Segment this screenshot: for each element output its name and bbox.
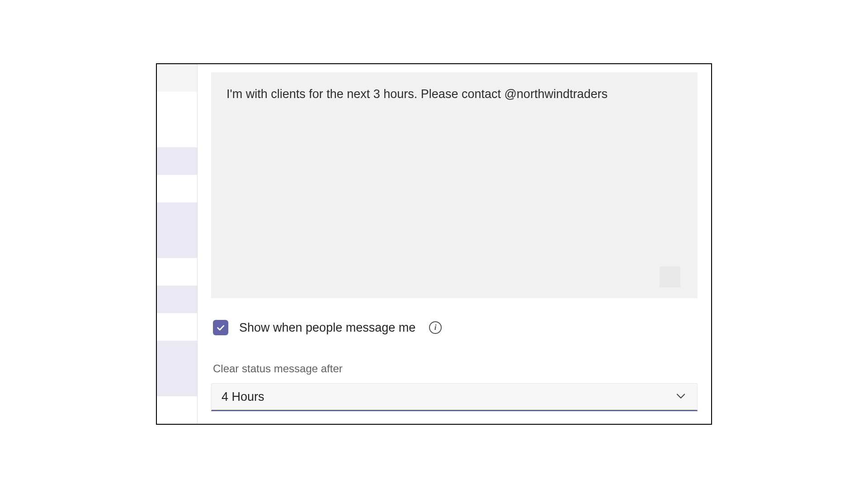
show-when-messaged-label: Show when people message me bbox=[239, 321, 415, 335]
status-panel: Show when people message me i Clear stat… bbox=[198, 64, 711, 424]
sidebar-row bbox=[157, 396, 197, 424]
status-dialog-frame: Show when people message me i Clear stat… bbox=[156, 63, 712, 425]
sidebar-strip bbox=[157, 64, 198, 424]
chevron-down-icon bbox=[675, 389, 687, 404]
sidebar-row bbox=[157, 175, 197, 202]
sidebar-row bbox=[157, 286, 197, 313]
sidebar-row bbox=[157, 202, 197, 230]
status-message-input[interactable] bbox=[211, 72, 698, 298]
sidebar-row bbox=[157, 119, 197, 147]
clear-after-dropdown[interactable]: 4 Hours bbox=[211, 383, 698, 411]
resize-handle-icon bbox=[660, 267, 680, 287]
clear-after-label: Clear status message after bbox=[211, 362, 698, 375]
show-when-messaged-checkbox[interactable] bbox=[213, 320, 228, 335]
clear-after-selected-value: 4 Hours bbox=[222, 390, 264, 404]
checkmark-icon bbox=[216, 323, 226, 333]
sidebar-row bbox=[157, 369, 197, 396]
sidebar-row bbox=[157, 230, 197, 258]
sidebar-row bbox=[157, 313, 197, 341]
sidebar-row bbox=[157, 92, 197, 119]
sidebar-row bbox=[157, 341, 197, 368]
sidebar-row bbox=[157, 147, 197, 175]
info-icon[interactable]: i bbox=[429, 321, 442, 334]
show-when-messaged-row: Show when people message me i bbox=[211, 320, 698, 335]
sidebar-row bbox=[157, 258, 197, 286]
sidebar-row bbox=[157, 64, 197, 92]
